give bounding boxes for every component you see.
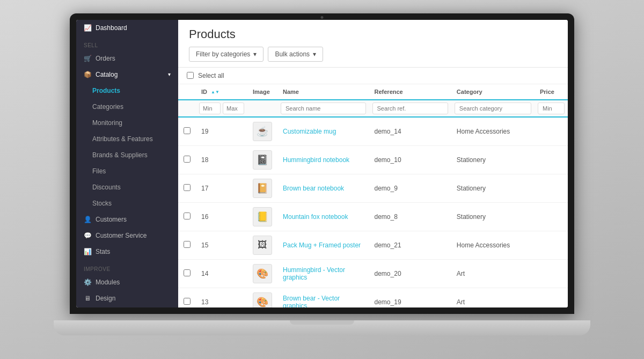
row-name[interactable]: Mountain fox notebook	[277, 202, 369, 231]
th-price-label: Price	[540, 89, 554, 95]
filter-by-categories-button[interactable]: Filter by categories ▾	[189, 47, 264, 62]
row-name[interactable]: Brown bear notebook	[277, 174, 369, 202]
table-row: 13 🎨 Brown bear - Vector graphics demo_1…	[178, 288, 568, 307]
filter-td-category	[451, 100, 535, 117]
sidebar-item-customer-service[interactable]: 💬 Customer Service	[76, 228, 178, 244]
laptop-base	[54, 320, 590, 335]
row-image: 🖼	[247, 231, 277, 259]
row-name[interactable]: Hummingbird notebook	[277, 145, 369, 174]
sidebar-item-label: Orders	[96, 55, 115, 62]
sidebar-item-label: Dashboard	[96, 24, 127, 32]
row-price	[535, 231, 568, 259]
th-id[interactable]: ID ▲▼	[196, 84, 247, 100]
sidebar-item-stocks[interactable]: Stocks	[76, 195, 178, 211]
bulk-chevron-icon: ▾	[313, 50, 316, 58]
bulk-actions-button[interactable]: Bulk actions ▾	[268, 47, 323, 62]
sidebar: 📈 Dashboard SELL 🛒 Orders 📦 Catalog ▾ Pr…	[76, 20, 178, 307]
id-filter-minmax	[199, 102, 244, 114]
th-checkbox	[178, 84, 196, 100]
product-link-19[interactable]: Customizable mug	[283, 128, 336, 135]
th-reference-label: Reference	[375, 89, 403, 95]
sidebar-item-modules[interactable]: ⚙️ Modules	[76, 274, 178, 290]
sidebar-item-customers[interactable]: 👤 Customers	[76, 211, 178, 228]
row-category: Art	[451, 259, 535, 288]
sidebar-item-dashboard[interactable]: 📈 Dashboard	[76, 20, 178, 36]
toolbar: Filter by categories ▾ Bulk actions ▾	[189, 47, 557, 62]
monitoring-label: Monitoring	[92, 119, 122, 127]
table-container: Select all ID ▲▼ Image	[178, 68, 568, 307]
product-link-18[interactable]: Hummingbird notebook	[283, 156, 349, 164]
row-checkbox-cell	[178, 174, 196, 202]
row-checkbox-18[interactable]	[184, 156, 191, 163]
main-content: Products Filter by categories ▾ Bulk act…	[178, 20, 568, 307]
th-reference: Reference	[369, 84, 451, 100]
table-row: 15 🖼 Pack Mug + Framed poster demo_21 Ho…	[178, 231, 568, 259]
select-all-label: Select all	[198, 72, 224, 79]
row-id: 14	[196, 259, 247, 288]
category-search-input[interactable]	[455, 102, 531, 114]
laptop-screen: 📈 Dashboard SELL 🛒 Orders 📦 Catalog ▾ Pr…	[76, 20, 568, 307]
sidebar-item-shipping[interactable]: 🚚 Shipping	[76, 306, 178, 307]
sidebar-item-files[interactable]: Files	[76, 163, 178, 179]
row-checkbox-19[interactable]	[184, 127, 191, 134]
row-id: 17	[196, 174, 247, 202]
row-name[interactable]: Hummingbird - Vector graphics	[277, 259, 369, 288]
row-name[interactable]: Brown bear - Vector graphics	[277, 288, 369, 307]
sidebar-item-products[interactable]: Products	[76, 83, 178, 99]
stats-label: Stats	[96, 248, 110, 255]
product-link-17[interactable]: Brown bear notebook	[283, 185, 344, 192]
row-checkbox-13[interactable]	[184, 298, 191, 305]
filter-td-image	[247, 100, 277, 117]
sidebar-item-discounts[interactable]: Discounts	[76, 179, 178, 195]
sidebar-section-improve: IMPROVE	[76, 260, 178, 274]
modules-label: Modules	[96, 279, 120, 286]
sidebar-item-orders[interactable]: 🛒 Orders	[76, 50, 178, 67]
row-name[interactable]: Pack Mug + Framed poster	[277, 231, 369, 259]
sidebar-item-catalog[interactable]: 📦 Catalog ▾	[76, 67, 178, 83]
th-image: Image	[247, 84, 277, 100]
row-checkbox-14[interactable]	[184, 269, 191, 276]
product-link-13[interactable]: Brown bear - Vector graphics	[283, 295, 340, 307]
sidebar-item-design[interactable]: 🖥 Design	[76, 290, 178, 306]
row-checkbox-cell	[178, 231, 196, 259]
row-name[interactable]: Customizable mug	[277, 117, 369, 146]
laptop-wrapper: 📈 Dashboard SELL 🛒 Orders 📦 Catalog ▾ Pr…	[54, 13, 590, 346]
name-search-input[interactable]	[281, 102, 366, 114]
table-row: 18 📓 Hummingbird notebook demo_10 Statio…	[178, 145, 568, 174]
product-link-16[interactable]: Mountain fox notebook	[283, 213, 348, 221]
row-id: 18	[196, 145, 247, 174]
product-link-15[interactable]: Pack Mug + Framed poster	[283, 241, 361, 249]
th-image-label: Image	[253, 89, 270, 95]
row-checkbox-16[interactable]	[184, 213, 191, 219]
id-max-input[interactable]	[223, 102, 244, 114]
row-image: 🎨	[247, 288, 277, 307]
id-min-input[interactable]	[199, 102, 221, 114]
files-label: Files	[92, 167, 106, 175]
table-row: 17 📔 Brown bear notebook demo_9 Statione…	[178, 174, 568, 202]
webcam	[321, 16, 324, 19]
product-thumb: 📒	[253, 207, 272, 226]
sidebar-item-attributes[interactable]: Attributes & Features	[76, 131, 178, 147]
reference-search-input[interactable]	[372, 102, 448, 114]
sidebar-item-stats[interactable]: 📊 Stats	[76, 244, 178, 260]
row-checkbox-cell	[178, 117, 196, 146]
sidebar-item-brands[interactable]: Brands & Suppliers	[76, 147, 178, 163]
filter-label: Filter by categories	[196, 50, 250, 58]
row-checkbox-17[interactable]	[184, 184, 191, 191]
design-label: Design	[96, 295, 115, 302]
row-image: 🎨	[247, 259, 277, 288]
th-name-label: Name	[283, 89, 299, 95]
stats-icon: 📊	[84, 248, 91, 255]
th-price: Price	[535, 84, 568, 100]
filter-td-reference	[369, 100, 451, 117]
filter-td-checkbox	[178, 100, 196, 117]
price-min-input[interactable]	[538, 102, 565, 114]
sidebar-item-monitoring[interactable]: Monitoring	[76, 115, 178, 131]
row-image: ☕	[247, 117, 277, 146]
product-link-14[interactable]: Hummingbird - Vector graphics	[283, 266, 345, 281]
filter-td-id	[196, 100, 247, 117]
row-checkbox-15[interactable]	[184, 241, 191, 248]
select-all-checkbox[interactable]	[187, 72, 194, 79]
sidebar-item-categories[interactable]: Categories	[76, 99, 178, 115]
th-category: Category	[451, 84, 535, 100]
